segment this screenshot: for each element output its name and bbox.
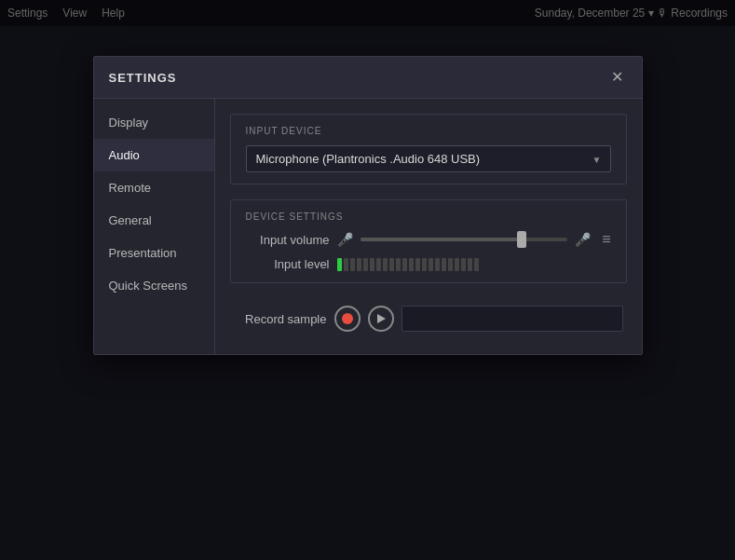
dialog-body: Display Audio Remote General Presentatio… bbox=[94, 99, 642, 354]
nav-item-quick-screens[interactable]: Quick Screens bbox=[94, 269, 214, 302]
play-button[interactable] bbox=[368, 306, 394, 332]
level-bar-14 bbox=[429, 258, 433, 271]
nav-item-audio[interactable]: Audio bbox=[94, 139, 214, 171]
input-level-label: Input level bbox=[246, 257, 330, 271]
volume-slider-fill bbox=[361, 238, 523, 241]
level-bar-16 bbox=[442, 258, 446, 271]
level-bar-4 bbox=[363, 258, 368, 271]
dialog-title: SETTINGS bbox=[109, 71, 177, 85]
level-bar-0 bbox=[337, 258, 342, 271]
input-volume-row: Input volume 🎤 🎤 ≡ bbox=[246, 231, 611, 248]
level-bar-19 bbox=[461, 258, 466, 271]
volume-slider-thumb[interactable] bbox=[517, 231, 526, 248]
device-settings-label: DEVICE SETTINGS bbox=[246, 212, 611, 222]
level-bar-15 bbox=[435, 258, 440, 271]
settings-dialog: SETTINGS ✕ Display Audio Remote General … bbox=[93, 56, 643, 355]
slider-container bbox=[361, 238, 568, 241]
record-sample-row: Record sample bbox=[230, 298, 627, 339]
play-icon bbox=[377, 314, 386, 323]
level-bar-9 bbox=[396, 258, 401, 271]
device-settings-section: DEVICE SETTINGS Input volume 🎤 🎤 ≡ bbox=[230, 199, 627, 283]
level-bar-13 bbox=[422, 258, 427, 271]
level-bar-6 bbox=[376, 258, 381, 271]
nav-sidebar: Display Audio Remote General Presentatio… bbox=[94, 99, 215, 354]
record-dot-icon bbox=[342, 313, 353, 324]
level-bar-18 bbox=[455, 258, 459, 271]
level-bar-1 bbox=[344, 258, 348, 271]
level-bar-10 bbox=[402, 258, 407, 271]
level-bar-11 bbox=[409, 258, 414, 271]
nav-item-presentation[interactable]: Presentation bbox=[94, 237, 214, 269]
waveform-display bbox=[402, 306, 623, 332]
main-content: INPUT DEVICE Microphone (Plantronics .Au… bbox=[215, 99, 642, 354]
mic-left-icon: 🎤 bbox=[337, 232, 353, 247]
volume-menu-icon: ≡ bbox=[602, 231, 610, 248]
level-bar-5 bbox=[370, 258, 374, 271]
record-sample-label: Record sample bbox=[234, 312, 327, 326]
mic-right-icon: 🎤 bbox=[575, 232, 591, 247]
input-device-dropdown[interactable]: Microphone (Plantronics .Audio 648 USB) … bbox=[246, 145, 611, 172]
input-device-label: INPUT DEVICE bbox=[246, 126, 611, 136]
level-bar-12 bbox=[415, 258, 420, 271]
level-bar-17 bbox=[448, 258, 453, 271]
level-bar-21 bbox=[474, 258, 479, 271]
level-bar-8 bbox=[389, 258, 394, 271]
modal-overlay: SETTINGS ✕ Display Audio Remote General … bbox=[0, 0, 735, 560]
input-level-row: Input level bbox=[246, 257, 611, 271]
dropdown-wrapper: Microphone (Plantronics .Audio 648 USB) … bbox=[246, 145, 611, 172]
input-device-section: INPUT DEVICE Microphone (Plantronics .Au… bbox=[230, 114, 627, 184]
nav-item-display[interactable]: Display bbox=[94, 106, 214, 139]
level-bar-3 bbox=[357, 258, 361, 271]
dialog-header: SETTINGS ✕ bbox=[94, 57, 642, 99]
nav-item-general[interactable]: General bbox=[94, 204, 214, 237]
level-bar-7 bbox=[383, 258, 388, 271]
input-volume-label: Input volume bbox=[246, 233, 330, 247]
record-button[interactable] bbox=[334, 306, 361, 332]
close-button[interactable]: ✕ bbox=[608, 68, 627, 87]
level-bars bbox=[337, 258, 611, 271]
level-bar-2 bbox=[350, 258, 355, 271]
volume-slider-track[interactable] bbox=[361, 238, 568, 241]
nav-item-remote[interactable]: Remote bbox=[94, 171, 214, 204]
level-bar-20 bbox=[468, 258, 472, 271]
